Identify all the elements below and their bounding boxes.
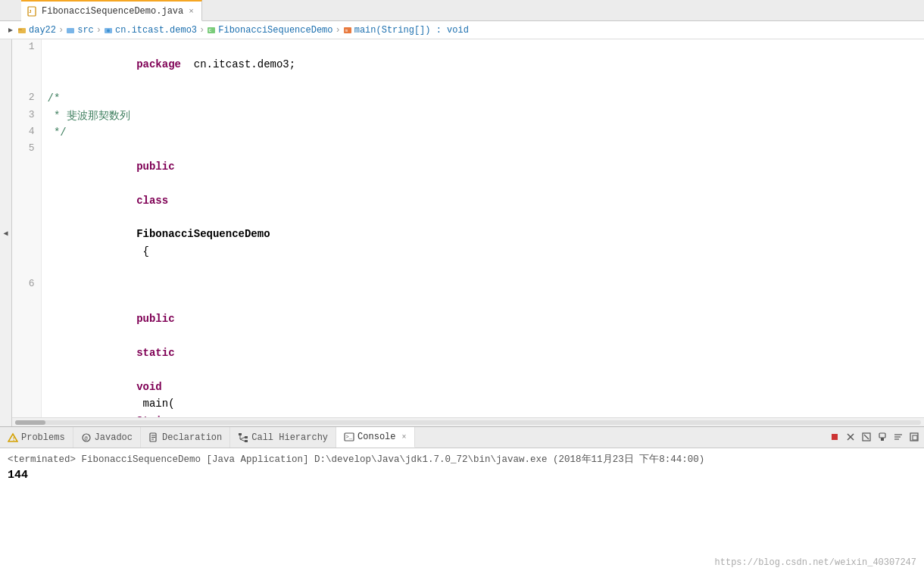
tab-problems-label: Problems <box>21 432 65 443</box>
code-line-3: 3 * 斐波那契数列 <box>12 108 924 124</box>
svg-rect-33 <box>879 433 885 438</box>
line-number-3: 3 <box>12 108 41 124</box>
tab-console-label: Console <box>357 432 395 442</box>
word-wrap-button[interactable] <box>891 430 905 444</box>
class-icon: C <box>207 26 216 35</box>
code-line-1: 1 package cn.itcast.demo3; <box>12 39 924 90</box>
remove-all-button[interactable] <box>860 430 873 444</box>
line-number-1: 1 <box>12 39 41 90</box>
scrollbar-thumb <box>15 420 45 425</box>
svg-rect-39 <box>913 435 917 440</box>
code-line-4: 4 */ <box>12 124 924 141</box>
line-number-6: 6 <box>12 276 41 417</box>
svg-text:>_: >_ <box>346 434 353 440</box>
src-icon <box>66 26 75 35</box>
svg-rect-34 <box>881 438 884 441</box>
svg-text:C: C <box>209 28 212 33</box>
tab-declaration-label: Declaration <box>162 432 222 443</box>
console-icon: >_ <box>344 432 354 442</box>
code-line-6: 6 public static void main( String [] arg… <box>12 276 924 417</box>
horizontal-scrollbar[interactable] <box>12 417 924 426</box>
bottom-tab-bar: ! Problems @ Javadoc Dec <box>0 427 924 448</box>
code-table: 1 package cn.itcast.demo3; 2 /* 3 * 斐波那契… <box>12 39 924 417</box>
watermark: https://blog.csdn.net/weixin_40307247 <box>715 557 916 568</box>
at-icon: @ <box>81 432 92 443</box>
svg-point-7 <box>107 29 110 32</box>
console-output: 144 <box>8 469 916 482</box>
tab-javadoc[interactable]: @ Javadoc <box>73 427 141 448</box>
breadcrumb-src[interactable]: src <box>77 25 94 36</box>
tab-bar: J FibonacciSequenceDemo.java × <box>0 0 924 21</box>
svg-line-32 <box>864 435 869 439</box>
close-console-button[interactable] <box>844 430 857 444</box>
svg-rect-4 <box>18 29 22 30</box>
line-number-2: 2 <box>12 90 41 107</box>
svg-rect-28 <box>832 434 838 440</box>
svg-text:!: ! <box>12 436 15 442</box>
line-content-5[interactable]: public class FibonacciSequenceDemo { <box>41 141 924 276</box>
warning-icon: ! <box>8 432 18 443</box>
scroll-lock-button[interactable] <box>876 430 889 444</box>
breadcrumb-package[interactable]: cn.itcast.demo3 <box>115 25 197 36</box>
code-line-5: 5 public class FibonacciSequenceDemo { <box>12 141 924 276</box>
console-content[interactable]: <terminated> FibonacciSequenceDemo [Java… <box>0 448 924 574</box>
code-container[interactable]: 1 package cn.itcast.demo3; 2 /* 3 * 斐波那契… <box>12 39 924 417</box>
svg-text:J: J <box>29 9 32 14</box>
java-file-icon: J <box>27 6 38 17</box>
editor-area: 1 package cn.itcast.demo3; 2 /* 3 * 斐波那契… <box>12 39 924 426</box>
svg-marker-2 <box>8 28 13 33</box>
console-terminated-text: <terminated> FibonacciSequenceDemo [Java… <box>8 453 916 466</box>
folder-icon <box>17 26 27 35</box>
line-content-6[interactable]: public static void main( String [] args)… <box>41 276 924 417</box>
doc-icon <box>148 432 159 443</box>
svg-rect-21 <box>245 436 248 438</box>
breadcrumb-method[interactable]: main(String[]) : void <box>354 25 469 36</box>
code-line-2: 2 /* <box>12 90 924 107</box>
svg-rect-5 <box>67 28 74 33</box>
svg-line-25 <box>240 439 245 441</box>
svg-text:m: m <box>345 28 348 33</box>
scrollbar-track <box>15 420 921 425</box>
breadcrumb: day22 › src › cn.itcast.demo3 › C Fibona… <box>0 21 924 39</box>
expand-icon[interactable] <box>6 26 15 35</box>
maximize-button[interactable] <box>907 430 921 444</box>
tab-problems[interactable]: ! Problems <box>0 427 73 448</box>
bottom-panel: ! Problems @ Javadoc Dec <box>0 426 924 574</box>
sidebar-toggle[interactable]: ◀ <box>0 39 12 426</box>
svg-line-24 <box>240 437 245 439</box>
tab-close-button[interactable]: × <box>187 6 195 17</box>
tab-label: FibonacciSequenceDemo.java <box>42 6 183 17</box>
tab-declaration[interactable]: Declaration <box>141 427 230 448</box>
line-content-1[interactable]: package cn.itcast.demo3; <box>41 39 924 90</box>
tab-call-hierarchy-label: Call Hierarchy <box>251 432 328 443</box>
method-icon: m <box>343 26 352 35</box>
line-content-4[interactable]: */ <box>41 124 924 141</box>
svg-rect-20 <box>239 433 242 435</box>
main-area: ◀ 1 package cn.itcast.demo3; 2 /* <box>0 39 924 426</box>
svg-text:@: @ <box>84 435 88 441</box>
package-icon <box>104 26 113 35</box>
breadcrumb-day22[interactable]: day22 <box>29 25 56 36</box>
console-toolbar <box>828 430 921 444</box>
tab-call-hierarchy[interactable]: Call Hierarchy <box>230 427 336 448</box>
line-content-3[interactable]: * 斐波那契数列 <box>41 108 924 124</box>
bottom-tab-bar-wrapper: ! Problems @ Javadoc Dec <box>0 427 924 448</box>
line-number-4: 4 <box>12 124 41 141</box>
stop-button[interactable] <box>828 430 841 444</box>
tab-console[interactable]: >_ Console × <box>336 427 414 448</box>
line-number-5: 5 <box>12 141 41 276</box>
svg-rect-22 <box>245 440 248 442</box>
tab-javadoc-label: Javadoc <box>95 432 133 443</box>
console-close-button[interactable]: × <box>402 433 407 441</box>
line-content-2[interactable]: /* <box>41 90 924 107</box>
breadcrumb-class[interactable]: FibonacciSequenceDemo <box>218 25 332 36</box>
editor-tab[interactable]: J FibonacciSequenceDemo.java × <box>21 0 202 21</box>
hierarchy-icon <box>238 432 248 443</box>
